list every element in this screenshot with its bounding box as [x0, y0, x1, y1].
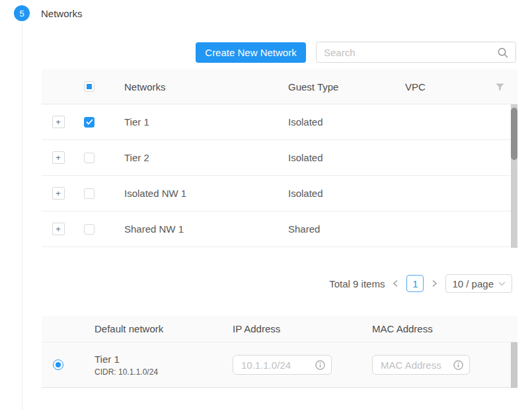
column-header-mac-address: MAC Address: [352, 323, 517, 334]
pagination-next-button[interactable]: [430, 280, 439, 287]
page-size-select[interactable]: 10 / page: [445, 274, 512, 293]
table-row[interactable]: + Tier 2 Isolated: [42, 140, 517, 176]
expand-row-button[interactable]: +: [52, 223, 65, 235]
chevron-down-icon: [498, 282, 506, 286]
info-icon[interactable]: [453, 360, 463, 370]
table-scrollbar[interactable]: [511, 104, 517, 248]
default-network-radio[interactable]: [53, 359, 63, 370]
network-name: Shared NW 1: [104, 223, 268, 235]
network-name: Isolated NW 1: [104, 188, 268, 199]
guest-type-value: Isolated: [268, 116, 385, 128]
column-header-default-network: Default network: [75, 323, 213, 334]
default-network-name: Tier 1: [95, 353, 213, 365]
guest-type-value: Shared: [268, 223, 385, 235]
default-network-cidr: CIDR: 10.1.1.0/24: [95, 367, 213, 377]
pagination-total: Total 9 items: [329, 278, 385, 289]
pagination-prev-button[interactable]: [391, 280, 400, 287]
table-row[interactable]: + Shared NW 1 Shared: [42, 211, 517, 247]
step-connector-line: [22, 24, 22, 410]
chevron-right-icon: [432, 280, 437, 287]
pagination: Total 9 items 1 10 / page: [329, 274, 512, 293]
info-icon[interactable]: [315, 360, 325, 370]
default-network-row[interactable]: Tier 1 CIDR: 10.1.1.0/24: [42, 342, 517, 388]
search-input[interactable]: [317, 42, 515, 62]
expand-row-button[interactable]: +: [52, 187, 65, 200]
mac-address-field-wrapper: [372, 355, 470, 375]
pagination-page-1[interactable]: 1: [406, 275, 424, 292]
default-network-table-header: Default network IP Address MAC Address: [42, 316, 517, 342]
check-icon: [86, 119, 93, 125]
network-name: Tier 2: [104, 152, 268, 163]
step-number-badge: 5: [14, 5, 30, 21]
expand-row-button[interactable]: +: [52, 151, 65, 164]
row-checkbox[interactable]: [84, 117, 95, 128]
row-checkbox[interactable]: [84, 153, 95, 163]
filter-icon[interactable]: [496, 83, 504, 91]
network-name: Tier 1: [104, 116, 268, 128]
step-number: 5: [19, 9, 24, 19]
guest-type-value: Isolated: [268, 188, 385, 199]
scrollbar-thumb[interactable]: [511, 108, 517, 160]
column-header-networks[interactable]: Networks: [104, 81, 268, 93]
column-header-ip-address: IP Address: [213, 323, 352, 334]
search-icon[interactable]: [497, 47, 509, 59]
default-table-scrollbar[interactable]: [511, 342, 517, 388]
default-network-table: Default network IP Address MAC Address T…: [42, 316, 517, 388]
chevron-left-icon: [393, 280, 399, 287]
select-all-cell: [75, 81, 104, 92]
networks-table-header: Networks Guest Type VPC: [42, 69, 517, 104]
indeterminate-mark: [87, 84, 92, 89]
radio-dot: [56, 362, 61, 367]
table-row[interactable]: + Tier 1 Isolated: [42, 104, 517, 140]
guest-type-value: Isolated: [268, 152, 385, 163]
networks-step-panel: Create New Network Networks Guest Type V…: [42, 0, 517, 415]
expand-row-button[interactable]: +: [52, 116, 65, 128]
page-size-value: 10 / page: [452, 278, 494, 289]
create-new-network-button[interactable]: Create New Network: [196, 42, 306, 63]
search-box: [316, 42, 516, 63]
row-checkbox[interactable]: [84, 224, 95, 235]
table-row[interactable]: + Isolated NW 1 Isolated: [42, 176, 517, 211]
networks-table: Networks Guest Type VPC + Tier 1 Isolate…: [42, 69, 517, 247]
column-header-guest-type[interactable]: Guest Type: [268, 81, 385, 93]
step-connector-top: [22, 0, 22, 3]
ip-address-field-wrapper: [233, 355, 332, 375]
select-all-checkbox[interactable]: [84, 81, 95, 92]
row-checkbox[interactable]: [84, 188, 95, 199]
